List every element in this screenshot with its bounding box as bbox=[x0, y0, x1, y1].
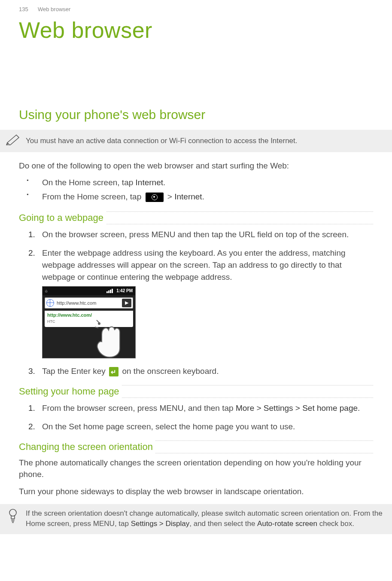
paragraph: The phone automatically changes the scre… bbox=[19, 457, 373, 480]
text: Tap the Enter key bbox=[42, 367, 108, 376]
intro-text: Do one of the following to open the web … bbox=[19, 160, 373, 172]
text: > bbox=[165, 192, 175, 201]
signal-icon bbox=[106, 289, 113, 293]
apps-button-icon bbox=[146, 193, 164, 202]
phone-screenshot: ⌂ 1:42 PM ▶ http://www.htc.com/ HTC bbox=[42, 286, 136, 358]
chapter-title: Web browser bbox=[19, 17, 392, 43]
status-bar: ⌂ 1:42 PM bbox=[43, 287, 135, 295]
url-input bbox=[56, 300, 120, 306]
pencil-icon bbox=[6, 134, 21, 148]
note-text: You must have an active data connection … bbox=[26, 137, 298, 145]
home-icon: ⌂ bbox=[45, 288, 48, 294]
subsection-heading: Going to a webpage bbox=[19, 211, 106, 224]
strong-text: Internet bbox=[136, 178, 163, 187]
text: check box. bbox=[317, 520, 354, 528]
strong-text: Auto-rotate screen bbox=[257, 520, 317, 528]
globe-icon bbox=[46, 299, 54, 307]
text: . bbox=[202, 192, 204, 201]
lightbulb-icon bbox=[8, 508, 18, 527]
enter-key-icon bbox=[109, 367, 119, 376]
tip-note: If the screen orientation doesn't change… bbox=[0, 504, 392, 534]
subsection-heading: Setting your home page bbox=[19, 385, 122, 398]
bullet-item: On the Home screen, tap Internet. bbox=[27, 176, 392, 190]
text: , and then select the bbox=[189, 520, 257, 528]
status-time: 1:42 PM bbox=[116, 288, 133, 294]
running-title: Web browser bbox=[38, 6, 70, 12]
step-item: On the browser screen, press MENU and th… bbox=[28, 229, 373, 241]
step-item: Tap the Enter key on the onscreen keyboa… bbox=[28, 365, 373, 377]
text: . bbox=[163, 178, 165, 187]
url-bar: ▶ bbox=[45, 297, 133, 309]
strong-text: More > Settings > Set home page bbox=[236, 404, 358, 413]
prerequisite-note: You must have an active data connection … bbox=[0, 130, 392, 152]
strong-text: Settings > Display bbox=[131, 520, 190, 528]
subsection-heading: Changing the screen orientation bbox=[19, 440, 155, 453]
text: From the Home screen, tap bbox=[42, 192, 144, 201]
step-item: From the browser screen, press MENU, and… bbox=[28, 402, 373, 414]
paragraph: Turn your phone sideways to display the … bbox=[19, 486, 373, 498]
page-number: 135 bbox=[19, 6, 28, 12]
text: . bbox=[358, 404, 360, 413]
text: Enter the webpage address using the keyb… bbox=[42, 248, 346, 281]
step-item: On the Set home page screen, select the … bbox=[28, 421, 373, 433]
text: On the Home screen, tap bbox=[42, 178, 136, 187]
step-item: Enter the webpage address using the keyb… bbox=[28, 247, 373, 358]
strong-text: Internet bbox=[174, 192, 202, 201]
bullet-item: From the Home screen, tap > Internet. bbox=[27, 190, 392, 204]
section-heading: Using your phone's web browser bbox=[19, 107, 392, 122]
go-button: ▶ bbox=[122, 299, 131, 307]
svg-point-1 bbox=[9, 509, 16, 516]
finger-tap-icon bbox=[93, 315, 128, 358]
text: on the onscreen keyboard. bbox=[120, 367, 219, 376]
text: From the browser screen, press MENU, and… bbox=[42, 404, 236, 413]
